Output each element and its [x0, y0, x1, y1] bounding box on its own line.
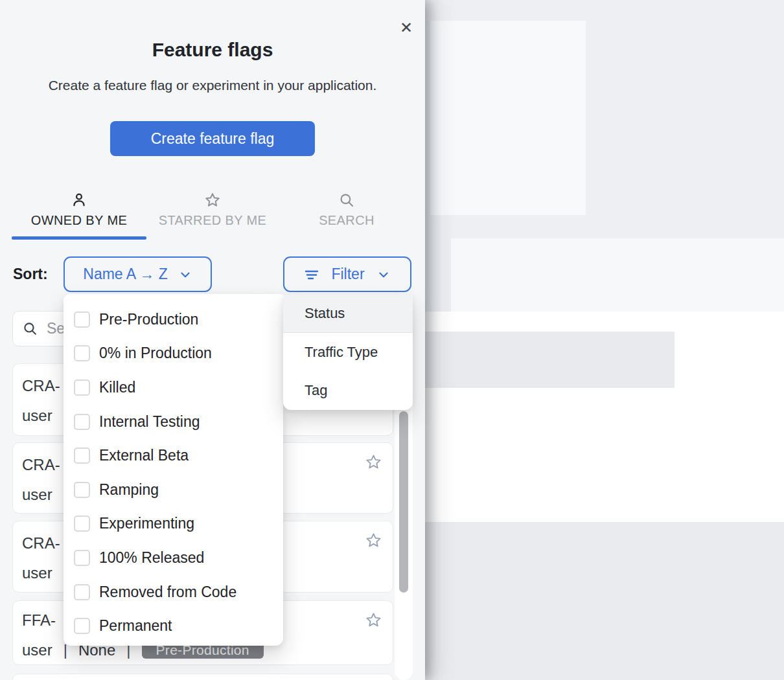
- flag-traffic-type: user: [22, 564, 52, 582]
- close-button[interactable]: ✕: [395, 17, 417, 39]
- flag-traffic-type: user: [22, 486, 52, 504]
- chevron-down-icon: [178, 267, 192, 282]
- status-option-ramping[interactable]: Ramping: [63, 473, 283, 507]
- search-icon: [338, 192, 355, 209]
- bg-page-band: [451, 238, 784, 312]
- flag-name: CRA-: [22, 456, 60, 474]
- flag-name: FFA-: [22, 611, 56, 629]
- feature-flags-panel: ✕ Feature flags Create a feature flag or…: [0, 0, 425, 680]
- close-icon: ✕: [400, 19, 413, 37]
- checkbox[interactable]: [74, 482, 90, 498]
- list-scrollbar-thumb[interactable]: [399, 411, 408, 593]
- checkbox[interactable]: [74, 414, 90, 430]
- bg-page-left-strip: [425, 238, 451, 312]
- filter-dropdown-button[interactable]: Filter: [283, 256, 411, 292]
- tab-starred-by-me[interactable]: STARRED BY ME: [146, 192, 279, 241]
- flag-traffic-type: user: [22, 641, 52, 659]
- status-option-0-in-production[interactable]: 0% in Production: [63, 337, 283, 371]
- filter-menu: Status Traffic Type Tag: [283, 295, 413, 410]
- bg-page-card-block: [430, 21, 586, 215]
- sort-label: Sort:: [13, 266, 48, 283]
- checkbox[interactable]: [74, 448, 90, 464]
- screen: ✕ Feature flags Create a feature flag or…: [0, 0, 784, 680]
- star-icon[interactable]: [365, 532, 382, 549]
- chevron-down-icon: [376, 267, 391, 282]
- person-icon: [71, 192, 87, 209]
- filter-menu-item-tag[interactable]: Tag: [283, 372, 413, 410]
- filter-menu-item-status[interactable]: Status: [283, 295, 413, 333]
- sort-value: Name A → Z: [83, 266, 167, 283]
- flag-name: CRA-: [22, 377, 60, 395]
- bg-page-bottom-section: [425, 522, 784, 680]
- filter-menu-item-traffic-type[interactable]: Traffic Type: [283, 333, 413, 371]
- checkbox[interactable]: [74, 312, 90, 328]
- filter-lines-icon: [304, 267, 319, 282]
- status-option-removed-from-code[interactable]: Removed from Code: [63, 575, 283, 609]
- tab-owned-by-me[interactable]: OWNED BY ME: [12, 192, 146, 241]
- status-option-external-beta[interactable]: External Beta: [63, 438, 283, 473]
- flag-traffic-type: user: [22, 407, 52, 425]
- page-subtitle: Create a feature flag or experiment in y…: [0, 78, 425, 93]
- flag-name: CRA-: [22, 534, 60, 552]
- page-title: Feature flags: [0, 39, 425, 61]
- status-option-internal-testing[interactable]: Internal Testing: [63, 405, 283, 439]
- checkbox[interactable]: [74, 584, 90, 600]
- active-tab-underline: [12, 236, 146, 240]
- bg-page-gray-block: [425, 332, 674, 388]
- create-feature-flag-button[interactable]: Create feature flag: [110, 121, 315, 156]
- checkbox[interactable]: [74, 345, 90, 361]
- tab-label: STARRED BY ME: [159, 213, 267, 228]
- checkbox[interactable]: [74, 550, 90, 566]
- status-option-experimenting[interactable]: Experimenting: [63, 507, 283, 541]
- checkbox[interactable]: [74, 380, 90, 396]
- tab-label: SEARCH: [319, 213, 375, 228]
- filter-label: Filter: [331, 266, 364, 283]
- status-filter-dropdown: Pre-Production 0% in Production Killed I…: [63, 294, 283, 646]
- tab-search[interactable]: SEARCH: [279, 192, 415, 241]
- status-option-permanent[interactable]: Permanent: [63, 609, 283, 643]
- search-icon: [22, 321, 38, 337]
- status-option-pre-production[interactable]: Pre-Production: [63, 302, 283, 337]
- status-option-killed[interactable]: Killed: [63, 370, 283, 405]
- star-icon[interactable]: [365, 453, 382, 471]
- tab-label: OWNED BY ME: [31, 213, 128, 228]
- star-icon[interactable]: [365, 611, 382, 629]
- checkbox[interactable]: [74, 618, 90, 634]
- sort-dropdown-button[interactable]: Name A → Z: [63, 256, 212, 292]
- flag-card[interactable]: [12, 674, 393, 680]
- star-icon: [204, 192, 221, 209]
- status-option-100-released[interactable]: 100% Released: [63, 541, 283, 575]
- checkbox[interactable]: [74, 516, 90, 532]
